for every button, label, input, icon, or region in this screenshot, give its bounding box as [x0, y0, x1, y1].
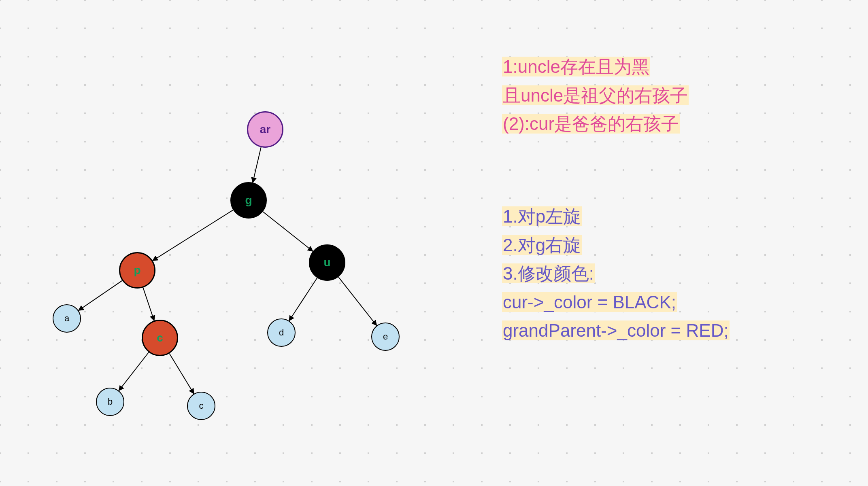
annotation-line: 1:uncle存在且为黑 — [502, 57, 650, 76]
node-g[interactable]: g — [230, 182, 267, 219]
node-label: b — [108, 397, 113, 407]
node-label: p — [134, 264, 140, 277]
edge — [79, 280, 122, 310]
node-e[interactable]: e — [371, 323, 400, 351]
annotation-line: (2):cur是爸爸的右孩子 — [502, 114, 680, 134]
annotation-line: 1.对p左旋 — [502, 206, 582, 226]
edge — [119, 352, 149, 391]
edge — [263, 212, 313, 251]
node-label: ar — [260, 123, 270, 136]
node-b[interactable]: b — [96, 388, 124, 416]
node-cnode[interactable]: c — [142, 320, 178, 356]
node-label: e — [383, 331, 388, 342]
edge — [153, 210, 233, 261]
edge — [169, 353, 194, 394]
diagram-canvas: ar g p u c a d e b c 1:uncle存在且为黑 且uncle… — [0, 0, 868, 486]
node-label: a — [64, 313, 69, 324]
node-label: g — [245, 194, 252, 207]
node-d[interactable]: d — [267, 318, 296, 347]
edge — [143, 288, 154, 321]
annotation-bottom: 1.对p左旋 2.对g右旋 3.修改颜色: cur->_color = BLAC… — [502, 174, 730, 374]
annotation-top: 1:uncle存在且为黑 且uncle是祖父的右孩子 (2):cur是爸爸的右孩… — [502, 24, 689, 167]
edge — [289, 278, 317, 321]
node-label: u — [323, 256, 330, 269]
node-label: c — [157, 331, 163, 344]
edges-layer — [0, 0, 868, 486]
edge — [253, 147, 261, 183]
annotation-line: grandParent->_color = RED; — [502, 320, 730, 340]
node-cleaf[interactable]: c — [187, 392, 215, 420]
node-p[interactable]: p — [119, 252, 155, 289]
annotation-line: 且uncle是祖父的右孩子 — [502, 85, 689, 105]
node-label: c — [199, 401, 204, 411]
node-a[interactable]: a — [53, 304, 81, 333]
edge — [338, 277, 377, 325]
annotation-line: 2.对g右旋 — [502, 235, 582, 255]
annotation-line: cur->_color = BLACK; — [502, 292, 677, 312]
node-u[interactable]: u — [309, 244, 345, 281]
node-label: d — [279, 327, 284, 338]
annotation-line: 3.修改颜色: — [502, 263, 595, 283]
node-ar[interactable]: ar — [247, 111, 283, 148]
